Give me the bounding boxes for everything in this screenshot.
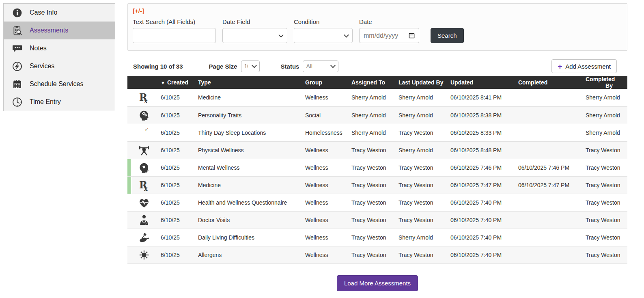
date-field-label: Date Field [222, 18, 287, 25]
assessments-icon [12, 25, 23, 36]
cell-completed [518, 141, 586, 159]
cell-completed [518, 106, 586, 124]
doctor-icon [127, 211, 161, 229]
cell-created: 6/10/25 [161, 106, 198, 124]
cell-completed-by: Tracy Weston [586, 159, 627, 176]
search-button[interactable]: Search [431, 28, 464, 43]
status-select[interactable]: All [303, 60, 338, 72]
condition-select[interactable] [294, 28, 353, 43]
col-assigned-to[interactable]: Assigned To [351, 76, 398, 89]
cell-assigned-to: Tracy Weston [351, 229, 398, 246]
cell-last-updated-by: Tracy Weston [398, 194, 450, 211]
table-row[interactable]: 6/10/25 Doctor Visits Wellness Tracy Wes… [127, 211, 627, 229]
sidebar-item-label: Schedule Services [30, 80, 84, 88]
cell-updated: 06/10/2025 8:38 PM [450, 106, 518, 124]
sidebar-item-label: Services [30, 63, 54, 70]
status-group: Status All [281, 60, 339, 72]
load-more-button[interactable]: Load More Assessments [337, 275, 418, 291]
cell-created: 6/10/25 [161, 124, 198, 141]
cell-last-updated-by: Sherry Arnold [398, 141, 450, 159]
calendar-small-icon[interactable] [409, 32, 415, 39]
sidebar-item-notes[interactable]: Notes [4, 39, 115, 57]
cell-created: 6/10/25 [161, 141, 198, 159]
sidebar-item-schedule-services[interactable]: Schedule Services [4, 75, 115, 93]
cell-created: 6/10/25 [161, 229, 198, 246]
cell-group: Wellness [305, 211, 351, 229]
cell-updated: 06/10/2025 7:40 PM [450, 194, 518, 211]
table-row[interactable]: 6/10/25 Mental Wellness Wellness Tracy W… [127, 159, 627, 176]
col-completed-by[interactable]: Completed By [586, 76, 627, 89]
sidebar-item-assessments[interactable]: Assessments [4, 22, 115, 39]
col-completed[interactable]: Completed [518, 76, 586, 89]
cell-completed-by: Sherry Arnold [586, 106, 627, 124]
cell-assigned-to: Sherry Arnold [351, 106, 398, 124]
plus-icon: + [558, 63, 562, 70]
sidebar-item-case-info[interactable]: Case Info [4, 4, 115, 22]
calendar-icon [12, 79, 23, 90]
cell-created: 6/10/25 [161, 159, 198, 176]
cell-completed [518, 211, 586, 229]
col-group[interactable]: Group [305, 76, 351, 89]
cell-assigned-to: Sherry Arnold [351, 124, 398, 141]
table-row[interactable]: 6/10/25 Health and Wellness Questionnair… [127, 194, 627, 211]
cell-type: Daily Living Difficulties [198, 229, 305, 246]
cell-updated: 06/10/2025 8:33 PM [450, 124, 518, 141]
date-input[interactable]: mm/dd/yyyy [359, 28, 419, 43]
add-assessment-label: Add Assessment [565, 63, 611, 70]
date-field-select[interactable] [222, 28, 287, 43]
cell-completed-by: Tracy Weston [586, 246, 627, 263]
panel-toggle-link[interactable]: [+/-] [128, 4, 627, 16]
cell-type: Personality Traits [198, 106, 305, 124]
cell-completed: 06/10/2025 7:46 PM [518, 159, 586, 176]
results-toolbar: Showing 10 of 33 Page Size 10 Status All… [127, 59, 627, 73]
col-updated[interactable]: Updated [450, 76, 518, 89]
table-footer: Load More Assessments [127, 275, 627, 291]
table-row[interactable]: 6/10/25 Physical Wellness Wellness Tracy… [127, 141, 627, 159]
sidebar-item-time-entry[interactable]: Time Entry [4, 93, 115, 111]
col-created[interactable]: ▼Created [161, 76, 198, 89]
cell-completed [518, 194, 586, 211]
date-label: Date [359, 18, 419, 25]
cell-completed [518, 89, 586, 106]
cell-completed [518, 229, 586, 246]
add-assessment-button[interactable]: + Add Assessment [551, 59, 617, 73]
cell-group: Wellness [305, 159, 351, 176]
page-size-select[interactable]: 10 [241, 60, 260, 72]
cell-group: Homelessness [305, 124, 351, 141]
cell-assigned-to: Tracy Weston [351, 159, 398, 176]
sort-desc-icon: ▼ [161, 80, 165, 85]
cell-type: Mental Wellness [198, 159, 305, 176]
cell-created: 6/10/25 [161, 89, 198, 106]
cell-created: 6/10/25 [161, 246, 198, 263]
col-last-updated-by[interactable]: Last Updated By [398, 76, 450, 89]
moon-icon [127, 124, 161, 141]
cell-type: Doctor Visits [198, 211, 305, 229]
table-row[interactable]: 6/10/25 Allergens Wellness Tracy Weston … [127, 246, 627, 263]
col-type[interactable]: Type [198, 76, 305, 89]
sidebar-item-label: Notes [30, 45, 47, 52]
table-row[interactable]: 6/10/25 Medicine Wellness Sherry Arnold … [127, 89, 627, 106]
cell-assigned-to: Tracy Weston [351, 246, 398, 263]
table-row[interactable]: 6/10/25 Medicine Wellness Tracy Weston T… [127, 176, 627, 194]
cell-updated: 06/10/2025 7:46 PM [450, 159, 518, 176]
table-row[interactable]: 6/10/25 Daily Living Difficulties Wellne… [127, 229, 627, 246]
info-icon [12, 7, 23, 18]
table-row[interactable]: 6/10/25 Personality Traits Social Sherry… [127, 106, 627, 124]
head-heart-icon [127, 159, 161, 176]
table-row[interactable]: 6/10/25 Thirty Day Sleep Locations Homel… [127, 124, 627, 141]
cell-group: Wellness [305, 176, 351, 194]
text-search-field: Text Search (All Fields) [133, 18, 216, 43]
cell-updated: 06/10/2025 7:40 PM [450, 246, 518, 263]
date-placeholder: mm/dd/yyyy [364, 32, 398, 39]
heart-pulse-icon [127, 194, 161, 211]
cell-assigned-to: Tracy Weston [351, 176, 398, 194]
showing-count: Showing 10 of 33 [133, 63, 183, 70]
cell-type: Medicine [198, 89, 305, 106]
cell-updated: 06/10/2025 7:40 PM [450, 211, 518, 229]
text-search-input[interactable] [133, 28, 216, 43]
sidebar-item-services[interactable]: Services [4, 57, 115, 75]
cell-completed-by: Tracy Weston [586, 176, 627, 194]
sidebar-item-label: Assessments [30, 27, 68, 34]
cell-created: 6/10/25 [161, 194, 198, 211]
notes-icon [12, 43, 23, 54]
